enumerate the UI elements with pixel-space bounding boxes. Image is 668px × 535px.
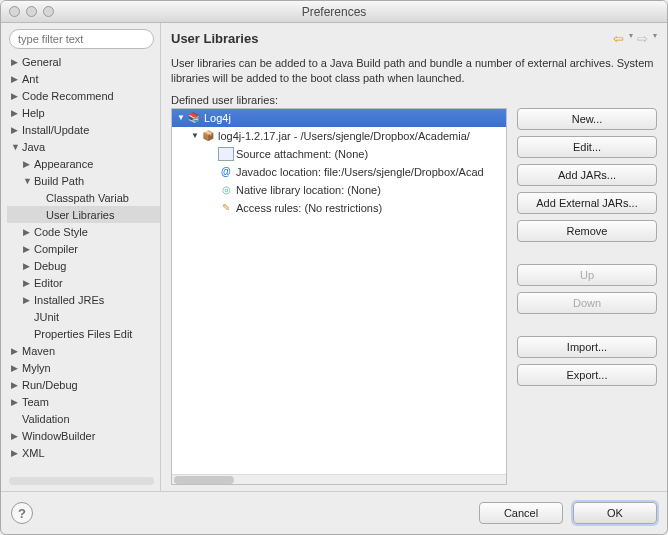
- sidebar-scrollbar[interactable]: [9, 477, 154, 485]
- tree-item[interactable]: ▶Run/Debug: [7, 376, 160, 393]
- jd-icon: [218, 165, 234, 179]
- library-row[interactable]: Native library location: (None): [172, 181, 506, 199]
- acc-icon: [218, 201, 234, 215]
- page-description: User libraries can be added to a Java Bu…: [171, 56, 657, 86]
- tree-item[interactable]: User Libraries: [7, 206, 160, 223]
- src-icon: [218, 147, 234, 161]
- help-icon[interactable]: ?: [11, 502, 33, 524]
- lib-icon: [186, 111, 202, 125]
- tree-item[interactable]: ▶Install/Update: [7, 121, 160, 138]
- tree-item[interactable]: ▶Appearance: [7, 155, 160, 172]
- jar-icon: [200, 129, 216, 143]
- import-button[interactable]: Import...: [517, 336, 657, 358]
- library-row[interactable]: ▼Log4j: [172, 109, 506, 127]
- forward-icon: ⇨: [637, 31, 648, 46]
- tree-item[interactable]: ▶Mylyn: [7, 359, 160, 376]
- remove-button[interactable]: Remove: [517, 220, 657, 242]
- horizontal-scrollbar[interactable]: [172, 474, 506, 484]
- library-row[interactable]: Source attachment: (None): [172, 145, 506, 163]
- up-button: Up: [517, 264, 657, 286]
- nat-icon: [218, 183, 234, 197]
- export-button[interactable]: Export...: [517, 364, 657, 386]
- filter-input[interactable]: [9, 29, 154, 49]
- tree-item[interactable]: ▶Code Style: [7, 223, 160, 240]
- tree-item[interactable]: ▶General: [7, 53, 160, 70]
- add-external-jars-button[interactable]: Add External JARs...: [517, 192, 657, 214]
- tree-item[interactable]: ▶Team: [7, 393, 160, 410]
- tree-item[interactable]: Properties Files Edit: [7, 325, 160, 342]
- library-row[interactable]: Javadoc location: file:/Users/sjengle/Dr…: [172, 163, 506, 181]
- window-title: Preferences: [1, 5, 667, 19]
- library-row[interactable]: ▼log4j-1.2.17.jar - /Users/sjengle/Dropb…: [172, 127, 506, 145]
- new-button[interactable]: New...: [517, 108, 657, 130]
- button-column: New... Edit... Add JARs... Add External …: [517, 108, 657, 485]
- tree-item[interactable]: ▶Installed JREs: [7, 291, 160, 308]
- tree-item[interactable]: ▶Debug: [7, 257, 160, 274]
- preferences-window: Preferences ▶General▶Ant▶Code Recommend▶…: [0, 0, 668, 535]
- down-button: Down: [517, 292, 657, 314]
- tree-item[interactable]: Validation: [7, 410, 160, 427]
- ok-button[interactable]: OK: [573, 502, 657, 524]
- tree-item[interactable]: ▼Build Path: [7, 172, 160, 189]
- back-menu-icon[interactable]: ▾: [629, 31, 633, 46]
- defined-libraries-label: Defined user libraries:: [171, 94, 657, 106]
- tree-item[interactable]: ▶Compiler: [7, 240, 160, 257]
- sidebar: ▶General▶Ant▶Code Recommend▶Help▶Install…: [1, 23, 161, 491]
- tree-item[interactable]: ▶Editor: [7, 274, 160, 291]
- footer: ? Cancel OK: [1, 491, 667, 534]
- tree-item[interactable]: ▶Help: [7, 104, 160, 121]
- main-panel: User Libraries ⇦▾ ⇨▾ User libraries can …: [161, 23, 667, 491]
- tree-item[interactable]: ▶Maven: [7, 342, 160, 359]
- library-row[interactable]: Access rules: (No restrictions): [172, 199, 506, 217]
- cancel-button[interactable]: Cancel: [479, 502, 563, 524]
- add-jars-button[interactable]: Add JARs...: [517, 164, 657, 186]
- tree-item[interactable]: ▶Code Recommend: [7, 87, 160, 104]
- edit-button[interactable]: Edit...: [517, 136, 657, 158]
- nav-history: ⇦▾ ⇨▾: [613, 31, 657, 46]
- tree-item[interactable]: ▼Java: [7, 138, 160, 155]
- tree-item[interactable]: ▶XML: [7, 444, 160, 461]
- page-title: User Libraries: [171, 31, 258, 46]
- back-icon[interactable]: ⇦: [613, 31, 624, 46]
- forward-menu-icon: ▾: [653, 31, 657, 46]
- tree-item[interactable]: JUnit: [7, 308, 160, 325]
- tree-item[interactable]: ▶WindowBuilder: [7, 427, 160, 444]
- titlebar: Preferences: [1, 1, 667, 23]
- library-list[interactable]: ▼Log4j▼log4j-1.2.17.jar - /Users/sjengle…: [171, 108, 507, 485]
- tree-item[interactable]: ▶Ant: [7, 70, 160, 87]
- preference-tree[interactable]: ▶General▶Ant▶Code Recommend▶Help▶Install…: [5, 53, 160, 473]
- tree-item[interactable]: Classpath Variab: [7, 189, 160, 206]
